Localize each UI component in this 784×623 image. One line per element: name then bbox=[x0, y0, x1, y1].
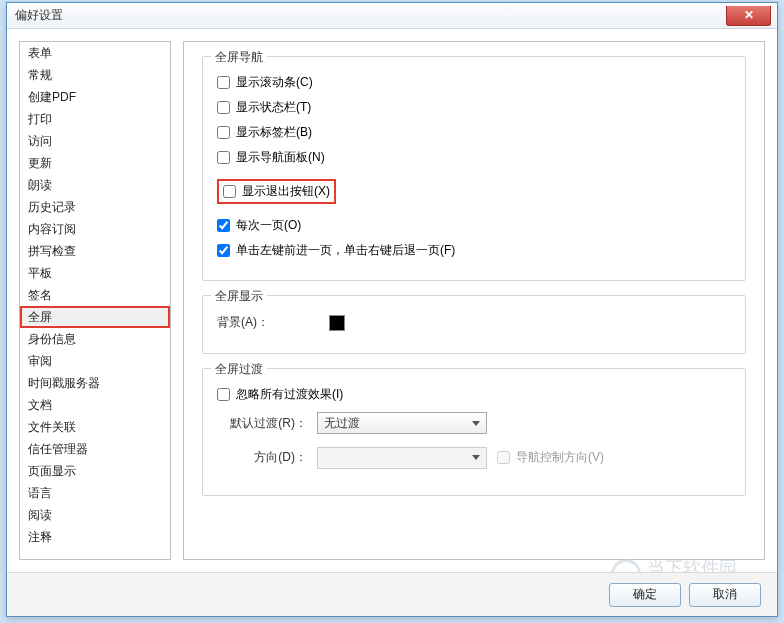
sidebar-item-18[interactable]: 信任管理器 bbox=[20, 438, 170, 460]
group-fullscreen-nav: 全屏导航 显示滚动条(C)显示状态栏(T)显示标签栏(B)显示导航面板(N)显示… bbox=[202, 56, 746, 281]
label-nav-1: 显示状态栏(T) bbox=[236, 99, 311, 116]
checkbox-nav-0[interactable] bbox=[217, 76, 230, 89]
sidebar-item-0[interactable]: 表单 bbox=[20, 42, 170, 64]
label-ignore-transitions: 忽略所有过渡效果(I) bbox=[236, 386, 343, 403]
sidebar-item-22[interactable]: 注释 bbox=[20, 526, 170, 548]
sidebar-item-9[interactable]: 拼写检查 bbox=[20, 240, 170, 262]
content-area: 表单常规创建PDF打印访问更新朗读历史记录内容订阅拼写检查平板签名全屏身份信息审… bbox=[7, 29, 777, 572]
check-ignore-transitions[interactable]: 忽略所有过渡效果(I) bbox=[217, 385, 731, 404]
settings-panel: 全屏导航 显示滚动条(C)显示状态栏(T)显示标签栏(B)显示导航面板(N)显示… bbox=[183, 41, 765, 560]
label-nav-6: 单击左键前进一页，单击右键后退一页(F) bbox=[236, 242, 455, 259]
sidebar-item-7[interactable]: 历史记录 bbox=[20, 196, 170, 218]
check-nav-2[interactable]: 显示标签栏(B) bbox=[217, 123, 731, 142]
sidebar-item-19[interactable]: 页面显示 bbox=[20, 460, 170, 482]
label-nav-2: 显示标签栏(B) bbox=[236, 124, 312, 141]
category-sidebar: 表单常规创建PDF打印访问更新朗读历史记录内容订阅拼写检查平板签名全屏身份信息审… bbox=[19, 41, 171, 560]
close-icon: ✕ bbox=[744, 8, 754, 22]
checkbox-nav-control-direction bbox=[497, 451, 510, 464]
checkbox-nav-4[interactable] bbox=[223, 185, 236, 198]
sidebar-item-17[interactable]: 文件关联 bbox=[20, 416, 170, 438]
check-nav-control-direction: 导航控制方向(V) bbox=[497, 448, 604, 467]
group-fullscreen-display: 全屏显示 背景(A)： bbox=[202, 295, 746, 354]
label-nav-4: 显示退出按钮(X) bbox=[242, 183, 330, 200]
checkbox-nav-5[interactable] bbox=[217, 219, 230, 232]
group-fullscreen-transition: 全屏过渡 忽略所有过渡效果(I) 默认过渡(R)： 无过渡 方向(D)： bbox=[202, 368, 746, 496]
check-nav-4[interactable]: 显示退出按钮(X) bbox=[217, 179, 336, 204]
check-nav-5[interactable]: 每次一页(O) bbox=[217, 216, 731, 235]
checkbox-ignore-transitions[interactable] bbox=[217, 388, 230, 401]
background-color-swatch[interactable] bbox=[329, 315, 345, 331]
sidebar-item-14[interactable]: 审阅 bbox=[20, 350, 170, 372]
group-title-nav: 全屏导航 bbox=[211, 49, 267, 66]
dialog-footer: 确定 取消 bbox=[7, 572, 777, 616]
cancel-button[interactable]: 取消 bbox=[689, 583, 761, 607]
sidebar-item-20[interactable]: 语言 bbox=[20, 482, 170, 504]
sidebar-item-21[interactable]: 阅读 bbox=[20, 504, 170, 526]
group-title-display: 全屏显示 bbox=[211, 288, 267, 305]
chevron-down-icon bbox=[472, 455, 480, 460]
close-button[interactable]: ✕ bbox=[726, 6, 771, 26]
sidebar-item-2[interactable]: 创建PDF bbox=[20, 86, 170, 108]
direction-label: 方向(D)： bbox=[217, 449, 307, 466]
checkbox-nav-2[interactable] bbox=[217, 126, 230, 139]
checkbox-nav-1[interactable] bbox=[217, 101, 230, 114]
label-nav-5: 每次一页(O) bbox=[236, 217, 301, 234]
check-nav-0[interactable]: 显示滚动条(C) bbox=[217, 73, 731, 92]
sidebar-item-5[interactable]: 更新 bbox=[20, 152, 170, 174]
group-title-transition: 全屏过渡 bbox=[211, 361, 267, 378]
chevron-down-icon bbox=[472, 421, 480, 426]
ok-button[interactable]: 确定 bbox=[609, 583, 681, 607]
sidebar-item-8[interactable]: 内容订阅 bbox=[20, 218, 170, 240]
label-nav-control-direction: 导航控制方向(V) bbox=[516, 449, 604, 466]
default-transition-combo[interactable]: 无过渡 bbox=[317, 412, 487, 434]
checkbox-nav-6[interactable] bbox=[217, 244, 230, 257]
checkbox-nav-3[interactable] bbox=[217, 151, 230, 164]
sidebar-item-13[interactable]: 身份信息 bbox=[20, 328, 170, 350]
sidebar-item-6[interactable]: 朗读 bbox=[20, 174, 170, 196]
direction-combo bbox=[317, 447, 487, 469]
sidebar-item-11[interactable]: 签名 bbox=[20, 284, 170, 306]
label-nav-3: 显示导航面板(N) bbox=[236, 149, 325, 166]
window-title: 偏好设置 bbox=[15, 7, 63, 24]
sidebar-item-16[interactable]: 文档 bbox=[20, 394, 170, 416]
sidebar-item-15[interactable]: 时间戳服务器 bbox=[20, 372, 170, 394]
default-transition-label: 默认过渡(R)： bbox=[217, 415, 307, 432]
sidebar-item-4[interactable]: 访问 bbox=[20, 130, 170, 152]
label-nav-0: 显示滚动条(C) bbox=[236, 74, 313, 91]
background-label: 背景(A)： bbox=[217, 314, 269, 331]
check-nav-6[interactable]: 单击左键前进一页，单击右键后退一页(F) bbox=[217, 241, 731, 260]
sidebar-item-1[interactable]: 常规 bbox=[20, 64, 170, 86]
check-nav-3[interactable]: 显示导航面板(N) bbox=[217, 148, 731, 167]
check-nav-1[interactable]: 显示状态栏(T) bbox=[217, 98, 731, 117]
default-transition-value: 无过渡 bbox=[324, 415, 360, 432]
sidebar-item-10[interactable]: 平板 bbox=[20, 262, 170, 284]
titlebar: 偏好设置 ✕ bbox=[7, 3, 777, 29]
preferences-window: 偏好设置 ✕ 表单常规创建PDF打印访问更新朗读历史记录内容订阅拼写检查平板签名… bbox=[6, 2, 778, 617]
category-list: 表单常规创建PDF打印访问更新朗读历史记录内容订阅拼写检查平板签名全屏身份信息审… bbox=[20, 42, 170, 548]
sidebar-item-12[interactable]: 全屏 bbox=[20, 306, 170, 328]
sidebar-item-3[interactable]: 打印 bbox=[20, 108, 170, 130]
